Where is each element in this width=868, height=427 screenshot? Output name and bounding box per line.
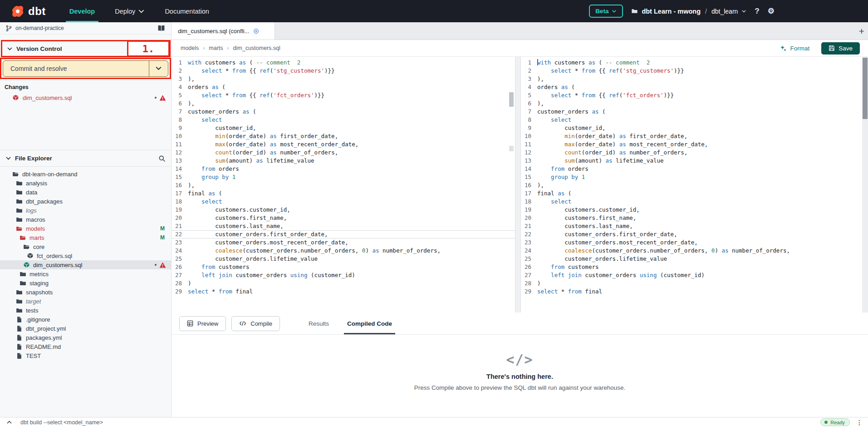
code-line[interactable]: 16), (521, 181, 868, 189)
code-line[interactable]: 24 coalesce(customer_orders.number_of_or… (172, 247, 515, 255)
save-button[interactable]: Save (821, 42, 860, 55)
tree-item-dbt_project.yml[interactable]: dbt_project.yml (0, 324, 171, 333)
tree-item-analysis[interactable]: analysis (0, 179, 171, 188)
code-line[interactable]: 21 customers.last_name, (172, 222, 515, 230)
tree-item-models[interactable]: modelsM (0, 224, 171, 233)
tree-item-data[interactable]: data (0, 188, 171, 197)
tree-item-fct_orders.sql[interactable]: fct_orders.sql (0, 251, 171, 260)
tree-item-staging[interactable]: staging (0, 278, 171, 288)
code-line[interactable]: 28) (172, 279, 515, 288)
code-line[interactable]: 12 count(order_id) as number_of_orders, (172, 149, 515, 157)
preview-button[interactable]: Preview (179, 316, 226, 331)
code-line[interactable]: 18 select (172, 198, 515, 206)
tree-item-metrics[interactable]: metrics (0, 269, 171, 278)
results-tab-compiled-code[interactable]: Compiled Code (341, 313, 398, 334)
tree-item-dbt-learn-on-demand[interactable]: dbt-learn-on-demand (0, 169, 171, 179)
code-line[interactable]: 10 min(order_date) as first_order_date, (172, 132, 515, 140)
code-line[interactable]: 25 customer_orders.lifetime_value (172, 255, 515, 263)
chevron-down-icon[interactable] (5, 155, 11, 161)
help-icon[interactable]: ? (755, 7, 759, 15)
code-line[interactable]: 13 sum(amount) as lifetime_value (172, 157, 515, 165)
code-line[interactable]: 14 from orders (521, 165, 868, 173)
code-line[interactable]: 27 left join customer_orders using (cust… (172, 271, 515, 279)
tree-item-.gitignore[interactable]: .gitignore (0, 315, 171, 324)
tree-item-logs[interactable]: logs (0, 206, 171, 215)
nav-item-develop[interactable]: Develop (59, 0, 105, 22)
search-icon[interactable] (158, 155, 166, 162)
code-line[interactable]: 28) (521, 279, 868, 288)
tree-item-marts[interactable]: martsM (0, 233, 171, 242)
code-line[interactable]: 1with customers as ( -- comment 2 (521, 59, 868, 67)
file-explorer-title[interactable]: File Explorer (15, 155, 52, 162)
code-line[interactable]: 21 customers.last_name, (521, 222, 868, 230)
code-line[interactable]: 7customer_orders as ( (521, 108, 868, 116)
changed-file-dim_customers.sql[interactable]: dim_customers.sql (0, 92, 172, 104)
code-line[interactable]: 4orders as ( (521, 83, 868, 91)
new-tab-button[interactable]: + (859, 22, 864, 40)
editor-pane-right[interactable]: 1with customers as ( -- comment 22 selec… (521, 57, 868, 313)
code-line[interactable]: 19 customers.customer_id, (172, 206, 515, 214)
tree-item-tests[interactable]: tests (0, 306, 171, 315)
tree-item-TEST[interactable]: TEST (0, 351, 171, 360)
tree-item-dim_customers.sql[interactable]: dim_customers.sql (0, 260, 171, 269)
code-line[interactable]: 15 group by 1 (521, 173, 868, 181)
project-selector[interactable]: dbt Learn - mwong / dbt_learn (631, 8, 746, 15)
code-line[interactable]: 3), (172, 75, 515, 83)
chevron-up-icon[interactable] (6, 419, 12, 425)
code-line[interactable]: 10 min(order_date) as first_order_date, (521, 132, 868, 140)
code-line[interactable]: 20 customers.first_name, (172, 214, 515, 222)
commit-options-caret[interactable] (149, 61, 168, 76)
code-line[interactable]: 8 select (172, 116, 515, 124)
nav-item-documentation[interactable]: Documentation (155, 0, 219, 22)
code-line[interactable]: 12 count(order_id) as number_of_orders, (521, 149, 868, 157)
code-line[interactable]: 2 select * from {{ ref('stg_customers')}… (172, 67, 515, 75)
chevron-down-icon[interactable] (7, 46, 13, 52)
tree-item-core[interactable]: core (0, 242, 171, 251)
code-line[interactable]: 17final as ( (172, 189, 515, 198)
code-line[interactable]: 25 customer_orders.lifetime_value (521, 255, 868, 263)
kebab-menu-icon[interactable]: ⋮ (856, 419, 863, 426)
beta-dropdown[interactable]: Beta (589, 5, 623, 18)
breadcrumb-segment[interactable]: marts (209, 45, 223, 51)
code-line[interactable]: 23 customer_orders.most_recent_order_dat… (172, 238, 515, 247)
tree-item-README.md[interactable]: README.md (0, 342, 171, 351)
code-line[interactable]: 16), (172, 181, 515, 189)
tree-item-snapshots[interactable]: snapshots (0, 288, 171, 297)
tree-item-target[interactable]: target (0, 297, 171, 306)
code-line[interactable]: 18 select (521, 198, 868, 206)
code-line[interactable]: 20 customers.first_name, (521, 214, 868, 222)
tree-item-macros[interactable]: macros (0, 215, 171, 224)
left-pane-scrollbar[interactable] (509, 57, 514, 313)
tree-item-packages.yml[interactable]: packages.yml (0, 333, 171, 342)
results-tab-results[interactable]: Results (303, 313, 335, 334)
book-icon[interactable] (157, 25, 166, 32)
code-line[interactable]: 1with customers as ( -- comment 2 (172, 59, 515, 67)
gear-icon[interactable]: ⚙ (768, 7, 775, 15)
code-line[interactable]: 4orders as ( (172, 83, 515, 91)
code-line[interactable]: 19 customers.customer_id, (521, 206, 868, 214)
code-line[interactable]: 24 coalesce(customer_orders.number_of_or… (521, 247, 868, 255)
code-line[interactable]: 9 customer_id, (172, 124, 515, 132)
code-line[interactable]: 3), (521, 75, 868, 83)
code-line[interactable]: 7customer_orders as ( (172, 108, 515, 116)
code-line[interactable]: 15 group by 1 (172, 173, 515, 181)
code-line[interactable]: 29select * from final (521, 288, 868, 296)
compile-button[interactable]: Compile (231, 316, 280, 331)
code-line[interactable]: 11 max(order_date) as most_recent_order_… (172, 140, 515, 149)
right-pane-scrollbar[interactable] (862, 57, 868, 313)
code-line[interactable]: 5 select * from {{ ref('fct_orders')}} (521, 91, 868, 99)
code-line[interactable]: 5 select * from {{ ref('fct_orders')}} (172, 91, 515, 99)
pane-divider[interactable] (515, 57, 521, 313)
code-line[interactable]: 9 customer_id, (521, 124, 868, 132)
code-line[interactable]: 2 select * from {{ ref('stg_customers')}… (521, 67, 868, 75)
code-line[interactable]: 8 select (521, 116, 868, 124)
command-input[interactable]: dbt build --select <model_name> (20, 419, 103, 426)
breadcrumb-segment[interactable]: dim_customers.sql (233, 45, 280, 51)
code-line[interactable]: 23 customer_orders.most_recent_order_dat… (521, 238, 868, 247)
code-line[interactable]: 26 from customers (172, 263, 515, 271)
commit-button-label[interactable]: Commit and resolve (3, 65, 149, 72)
tree-item-dbt_packages[interactable]: dbt_packages (0, 197, 171, 206)
code-line[interactable]: 22 customer_orders.first_order_date, (521, 230, 868, 238)
tab-dim-customers[interactable]: dim_customers.sql (confli... (172, 22, 275, 40)
code-line[interactable]: 6), (172, 99, 515, 108)
